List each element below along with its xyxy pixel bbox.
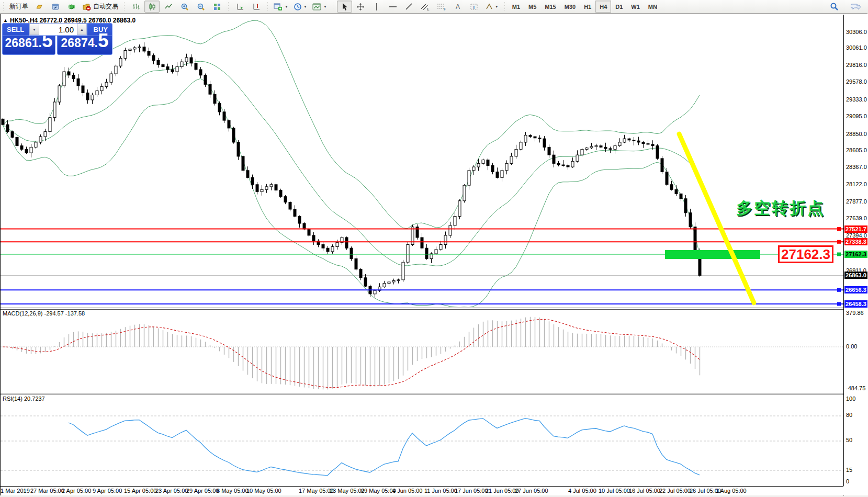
equidistant-channel-icon: E (421, 3, 430, 11)
timeframe-button-h1[interactable]: H1 (580, 1, 595, 13)
time-axis[interactable]: 21 Mar 201927 Mar 05:002 Apr 05:009 Apr … (1, 487, 843, 495)
new-order-label: 新订单 (9, 2, 28, 11)
time-axis-label: 15 Apr 05:00 (124, 488, 156, 494)
fibonacci-icon: F (437, 3, 446, 11)
price-axis-label: 27639.0 (846, 215, 867, 221)
fibonacci-tool-button[interactable]: F (434, 1, 449, 13)
time-axis-label: 9 Apr 05:00 (93, 488, 122, 494)
timeframe-button-w1[interactable]: W1 (627, 1, 644, 13)
timeframe-button-m5[interactable]: M5 (524, 1, 540, 13)
price-tag: 27338.3 (844, 238, 867, 245)
price-axis-label: 28850.0 (846, 131, 867, 137)
trendline-tool-button[interactable] (402, 1, 417, 13)
dropdown-arrow-icon: ▼ (323, 5, 327, 8)
dropdown-arrow-icon: ▼ (303, 5, 307, 8)
terminal-window-button[interactable] (48, 1, 63, 13)
arrows-icon (485, 3, 493, 11)
broadcast-button[interactable] (64, 1, 79, 13)
periodicity-dropdown-button[interactable]: ▼ (291, 1, 309, 13)
chart-canvas[interactable] (1, 14, 868, 495)
price-axis-label: 28367.0 (846, 164, 867, 170)
crosshair-tool-button[interactable] (353, 1, 368, 13)
svg-text:F: F (444, 7, 446, 11)
timeframe-button-m30[interactable]: M30 (560, 1, 580, 13)
clock-icon (294, 3, 302, 11)
equidistant-channel-tool-button[interactable]: E (418, 1, 433, 13)
tile-windows-icon (213, 3, 221, 11)
price-tag: 27162.3 (844, 251, 867, 258)
auto-trading-label: 自动交易 (93, 2, 118, 11)
line-chart-button[interactable] (161, 1, 176, 13)
volume-increase-button[interactable]: ▲ (77, 24, 87, 35)
time-axis-label: 4 Jul 05:00 (568, 488, 596, 494)
gold-ingot-icon-button[interactable] (31, 1, 47, 13)
price-axis-label: 30061.0 (846, 44, 867, 51)
dropdown-arrow-icon: ▼ (285, 5, 288, 8)
rsi-axis-label: 0 (846, 478, 849, 484)
template-chart-icon (312, 3, 322, 11)
time-axis-label: 17 May 05:00 (299, 488, 334, 494)
chart-window[interactable]: ▲ HK50-,H4 26772.0 26949.5 26760.0 26863… (0, 14, 867, 495)
candlestick-chart-button[interactable] (144, 1, 160, 13)
zoom-in-icon (181, 3, 189, 11)
chat-button[interactable] (848, 1, 863, 13)
search-button[interactable] (827, 1, 842, 13)
vertical-line-tool-button[interactable] (369, 1, 385, 13)
cursor-tool-button[interactable] (337, 1, 352, 13)
timeframe-button-m15[interactable]: M15 (540, 1, 560, 13)
auto-trading-button[interactable]: 自动交易 (80, 1, 120, 13)
timeframe-button-h4[interactable]: H4 (595, 1, 611, 13)
time-axis-label: 29 Apr 05:00 (186, 488, 219, 494)
templates-dropdown-button[interactable]: ▼ (310, 1, 329, 13)
price-tag: 27521.7 (844, 225, 867, 233)
horizontal-line-tool-button[interactable] (386, 1, 401, 13)
timeframe-button-mn[interactable]: MN (644, 1, 661, 13)
volume-control: ▼ ▲ (29, 23, 87, 36)
macd-indicator-label: MACD(12,26,9) -294.57 -137.58 (3, 310, 85, 317)
ohlc-collapse-icon[interactable]: ▲ (3, 18, 8, 23)
macd-axis-label: 0.00 (846, 343, 857, 349)
rsi-axis-label: 100 (846, 396, 855, 402)
timeframe-button-m1[interactable]: M1 (508, 1, 524, 13)
text-tool-button[interactable]: A (450, 1, 466, 13)
auto-scroll-button[interactable] (232, 1, 247, 13)
svg-text:T: T (472, 4, 476, 9)
broadcast-icon (67, 3, 76, 11)
crosshair-icon (356, 3, 365, 11)
timeframe-toolbar: M1M5M15M30H1H4D1W1MN (508, 1, 661, 13)
svg-text:A: A (456, 3, 460, 10)
time-axis-label: 17 Jun 05:00 (455, 488, 488, 494)
price-tag: 26863.0 (844, 272, 867, 279)
tile-windows-button[interactable] (209, 1, 224, 13)
volume-input[interactable] (39, 24, 77, 35)
zoom-out-button[interactable] (193, 1, 208, 13)
price-axis-label: 29816.0 (846, 62, 867, 68)
price-axis-label: 30306.0 (846, 29, 867, 35)
bar-chart-button[interactable] (128, 1, 143, 13)
macd-axis-label: 379.86 (846, 310, 864, 316)
horizontal-line-icon (389, 3, 397, 11)
toolbar-gripper (503, 2, 506, 12)
new-chart-icon (274, 3, 283, 11)
time-axis-label: 29 May 05:00 (361, 488, 396, 494)
arrows-dropdown-button[interactable]: ▼ (483, 1, 501, 13)
time-axis-label: 27 Mar 05:00 (30, 488, 64, 494)
main-toolbar: 新订单 自动交易 ▼ ▼ (0, 0, 868, 13)
volume-decrease-button[interactable]: ▼ (29, 24, 39, 35)
zoom-in-button[interactable] (177, 1, 192, 13)
timeframe-button-d1[interactable]: D1 (611, 1, 627, 13)
toolbar-gripper (227, 2, 230, 12)
price-axis[interactable]: 30306.030061.029816.029578.029333.029095… (844, 14, 868, 495)
text-icon: A (454, 3, 462, 11)
new-chart-dropdown-button[interactable]: ▼ (272, 1, 290, 13)
rsi-axis-label: 80 (846, 412, 852, 418)
time-axis-label: 23 May 05:00 (330, 488, 365, 494)
trendline-icon (405, 3, 413, 11)
chart-shift-icon (252, 3, 261, 11)
time-axis-label: 10 Jul 05:00 (599, 488, 630, 494)
macd-axis-label: -484.75 (846, 385, 865, 391)
time-axis-label: 10 May 05:00 (246, 488, 281, 494)
text-label-tool-button[interactable]: T (467, 1, 482, 13)
chart-shift-button[interactable] (249, 1, 264, 13)
new-order-button[interactable]: 新订单 (7, 1, 30, 13)
